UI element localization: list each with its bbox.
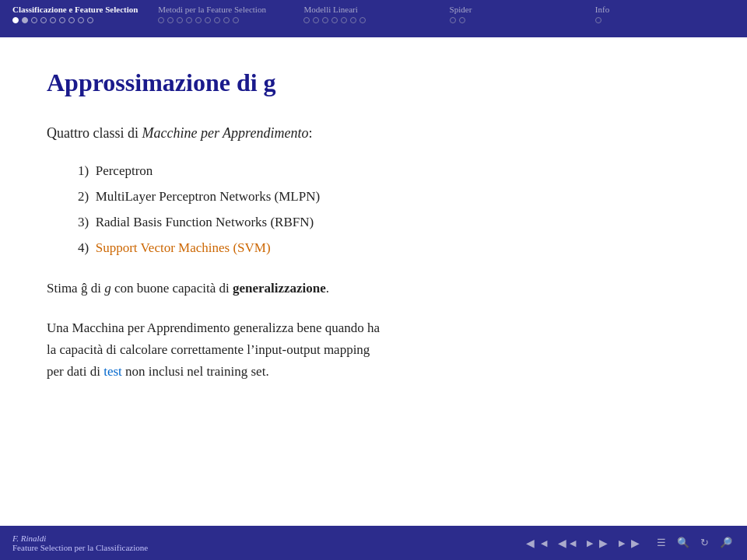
list-item-4: 4) Support Vector Machines (SVM)	[78, 237, 700, 258]
dot-m7	[214, 17, 220, 23]
dot-i1	[595, 17, 601, 23]
arrow-first[interactable]: ◀	[524, 537, 537, 550]
zoom-icon[interactable]: 🔎	[717, 537, 735, 549]
dot-m2	[167, 17, 174, 23]
dot-ml5	[341, 17, 347, 23]
nav-title-info: Info	[595, 5, 609, 14]
menu-icon[interactable]: ☰	[654, 537, 668, 549]
search-icon[interactable]: 🔍	[675, 537, 692, 549]
nav-dots-metodi	[158, 17, 239, 23]
arrow-next-2[interactable]: ▶	[597, 537, 610, 550]
nav-title-classificazione: Classificazione e Feature Selection	[12, 5, 138, 14]
dot-2	[22, 17, 28, 23]
nav-title-metodi: Metodi per la Feature Selection	[158, 5, 266, 14]
nav-controls[interactable]: ◀ ◀ ◀ ◀ ▶ ▶ ▶ ▶ ☰ 🔍 ↻ 🔎	[524, 537, 735, 550]
slide-content: Approssimazione di g Quattro classi di M…	[0, 37, 747, 526]
nav-section-classificazione[interactable]: Classificazione e Feature Selection	[12, 5, 152, 23]
dot-9	[87, 17, 93, 23]
nav-title-modelli: Modelli Lineari	[303, 5, 357, 14]
nav-section-info[interactable]: Info	[589, 5, 735, 23]
g-italic: g	[104, 281, 111, 296]
nav-section-spider[interactable]: Spider	[444, 5, 589, 23]
arrow-group-next[interactable]: ▶ ▶	[584, 537, 610, 550]
dot-m9	[233, 17, 239, 23]
intro-italic: Macchine per Apprendimento	[142, 125, 308, 141]
arrow-group-prev[interactable]: ◀ ◀	[556, 537, 578, 550]
bottom-left-info: F. Rinaldi Feature Selection per la Clas…	[12, 534, 148, 552]
arrow-group-last[interactable]: ▶ ▶	[616, 537, 642, 550]
arrow-prev[interactable]: ◀	[567, 538, 578, 548]
bottom-bar: F. Rinaldi Feature Selection per la Clas…	[0, 526, 747, 560]
item-number-3: 3)	[78, 215, 89, 229]
item-number-1: 1)	[78, 163, 89, 178]
dot-m1	[158, 17, 164, 23]
dot-m8	[223, 17, 230, 23]
dot-ml1	[303, 17, 310, 23]
dot-m4	[186, 17, 192, 23]
machine-list: 1) Perceptron 2) MultiLayer Perceptron N…	[78, 160, 700, 259]
dot-7	[68, 17, 75, 23]
nav-section-modelli[interactable]: Modelli Lineari	[297, 5, 443, 23]
nav-section-metodi[interactable]: Metodi per la Feature Selection	[152, 5, 297, 23]
dot-5	[50, 17, 56, 23]
list-item-2: 2) MultiLayer Perceptron Networks (MLPN)	[78, 186, 700, 207]
arrow-last[interactable]: ▶	[629, 537, 642, 550]
item-number-2: 2)	[78, 189, 89, 204]
dot-8	[78, 17, 84, 23]
slide-title: Approssimazione di g	[47, 68, 700, 97]
dot-ml7	[359, 17, 366, 23]
dot-s1	[450, 17, 456, 23]
nav-dots-classificazione	[12, 17, 93, 23]
dot-m5	[195, 17, 202, 23]
svm-text: Support Vector Machines (SVM)	[96, 240, 271, 255]
refresh-icon[interactable]: ↻	[698, 537, 711, 549]
dot-ml4	[331, 17, 338, 23]
arrow-right-bracket[interactable]: ▶	[616, 538, 627, 548]
arrow-next[interactable]: ▶	[584, 538, 595, 548]
dot-3	[31, 17, 37, 23]
nav-dots-spider	[450, 17, 465, 23]
arrow-left-bracket[interactable]: ◀	[538, 538, 549, 548]
intro-line: Quattro classi di Macchine per Apprendim…	[47, 122, 700, 145]
test-word: test	[103, 364, 122, 379]
dot-m6	[205, 17, 211, 23]
item-number-4: 4)	[78, 240, 89, 255]
content-body: Quattro classi di Macchine per Apprendim…	[47, 122, 700, 510]
stima-line: Stima ĝ di g con buone capacità di gener…	[47, 278, 700, 299]
nav-title-spider: Spider	[450, 5, 472, 14]
dot-ml2	[313, 17, 319, 23]
list-item-3: 3) Radial Basis Function Networks (RBFN)	[78, 212, 700, 233]
dot-6	[59, 17, 65, 23]
arrow-group-left[interactable]: ◀ ◀	[524, 537, 549, 550]
nav-dots-modelli	[303, 17, 366, 23]
dot-4	[40, 17, 47, 23]
top-navigation: Classificazione e Feature Selection Meto…	[0, 0, 747, 37]
dot-ml3	[322, 17, 328, 23]
presentation-subtitle: Feature Selection per la Classificazione	[12, 543, 148, 552]
dot-ml6	[350, 17, 356, 23]
generalizzazione-bold: generalizzazione	[233, 281, 326, 296]
dot-m3	[177, 17, 183, 23]
description-paragraph: Una Macchina per Apprendimento generaliz…	[47, 317, 700, 383]
dot-s2	[459, 17, 465, 23]
dot-1	[12, 17, 19, 23]
nav-dots-info	[595, 17, 601, 23]
list-item-1: 1) Perceptron	[78, 160, 700, 181]
author-name: F. Rinaldi	[12, 534, 148, 543]
